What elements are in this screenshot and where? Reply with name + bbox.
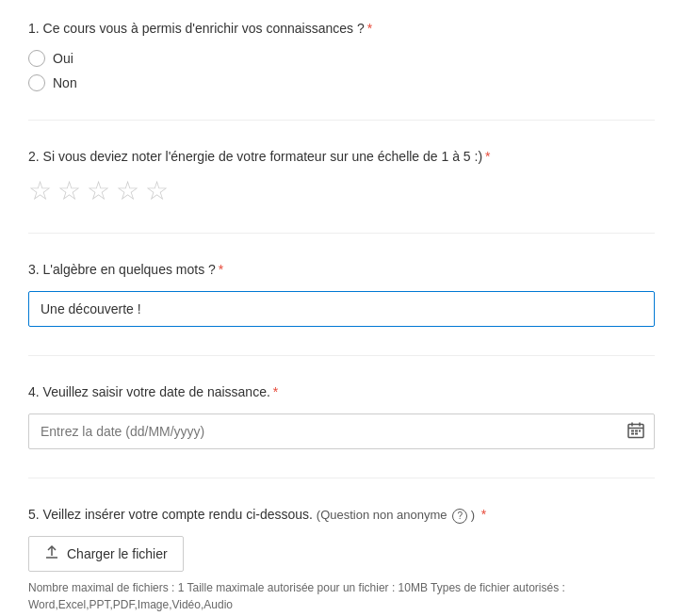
question-5-label: 5. Veillez insérer votre compte rendu ci… [28, 505, 655, 525]
radio-input-oui[interactable] [28, 50, 45, 67]
required-indicator-5: * [481, 507, 486, 522]
star-3[interactable]: ☆ [87, 178, 110, 204]
star-5[interactable]: ☆ [145, 178, 169, 204]
text-input-q3[interactable] [28, 291, 655, 327]
radio-label-non: Non [53, 75, 77, 90]
required-indicator: * [367, 21, 372, 36]
file-info: Nombre maximal de fichiers : 1 Taille ma… [28, 579, 655, 613]
question-1-label: 1. Ce cours vous à permis d'enrichir vos… [28, 19, 655, 39]
required-indicator-3: * [219, 262, 223, 277]
radio-input-non[interactable] [28, 74, 45, 91]
divider-4 [28, 478, 655, 478]
star-1[interactable]: ☆ [28, 178, 52, 204]
required-indicator-2: * [485, 149, 490, 164]
stars-container: ☆ ☆ ☆ ☆ ☆ [28, 178, 655, 204]
question-2-label: 2. Si vous deviez noter l'énergie de vot… [28, 147, 655, 167]
divider-2 [28, 233, 655, 234]
divider-3 [28, 355, 655, 356]
required-indicator-4: * [273, 384, 278, 399]
radio-label-oui: Oui [53, 51, 73, 66]
upload-label: Charger le fichier [67, 546, 168, 561]
question-2: 2. Si vous deviez noter l'énergie de vot… [28, 147, 655, 204]
divider-1 [28, 120, 655, 121]
info-icon[interactable]: ? [452, 509, 467, 524]
date-input-wrapper [28, 413, 655, 449]
star-2[interactable]: ☆ [57, 178, 81, 204]
question-3: 3. L'algèbre en quelques mots ?* [28, 260, 655, 327]
question-4: 4. Veuillez saisir votre date de naissan… [28, 382, 655, 449]
question-1: 1. Ce cours vous à permis d'enrichir vos… [28, 19, 655, 91]
radio-oui[interactable]: Oui [28, 50, 655, 67]
anonymous-note: (Question non anonyme ? ) [317, 508, 479, 522]
star-4[interactable]: ☆ [116, 178, 139, 204]
radio-non[interactable]: Non [28, 74, 655, 91]
upload-button[interactable]: Charger le fichier [28, 536, 184, 572]
upload-icon [44, 544, 59, 563]
question-3-label: 3. L'algèbre en quelques mots ?* [28, 260, 655, 280]
date-input-q4[interactable] [28, 413, 655, 449]
question-4-label: 4. Veuillez saisir votre date de naissan… [28, 382, 655, 402]
question-5: 5. Veillez insérer votre compte rendu ci… [28, 505, 655, 613]
